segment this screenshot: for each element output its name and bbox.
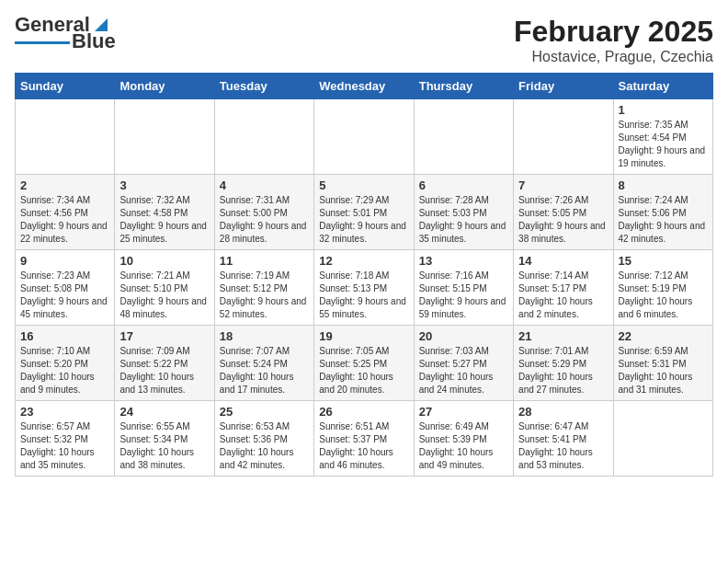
day-cell: [514, 99, 613, 175]
day-cell: 12Sunrise: 7:18 AM Sunset: 5:13 PM Dayli…: [314, 250, 414, 326]
day-cell: [214, 99, 313, 175]
day-number: 16: [20, 329, 109, 343]
day-cell: 16Sunrise: 7:10 AM Sunset: 5:20 PM Dayli…: [16, 326, 115, 401]
header-sunday: Sunday: [16, 74, 115, 99]
day-cell: 25Sunrise: 6:53 AM Sunset: 5:36 PM Dayli…: [214, 401, 313, 477]
day-info: Sunrise: 7:21 AM Sunset: 5:10 PM Dayligh…: [119, 270, 209, 321]
day-cell: 22Sunrise: 6:59 AM Sunset: 5:31 PM Dayli…: [613, 326, 712, 401]
day-cell: 27Sunrise: 6:49 AM Sunset: 5:39 PM Dayli…: [414, 401, 513, 477]
day-info: Sunrise: 6:47 AM Sunset: 5:41 PM Dayligh…: [518, 420, 608, 472]
day-number: 20: [419, 329, 508, 343]
day-cell: 18Sunrise: 7:07 AM Sunset: 5:24 PM Dayli…: [214, 326, 313, 401]
day-cell: 20Sunrise: 7:03 AM Sunset: 5:27 PM Dayli…: [414, 326, 513, 401]
day-number: 11: [220, 254, 309, 268]
day-cell: 1Sunrise: 7:35 AM Sunset: 4:54 PM Daylig…: [613, 99, 712, 175]
day-number: 18: [220, 329, 309, 343]
day-number: 5: [319, 178, 408, 192]
week-row-5: 23Sunrise: 6:57 AM Sunset: 5:32 PM Dayli…: [16, 401, 713, 477]
day-number: 3: [119, 178, 209, 192]
day-info: Sunrise: 7:24 AM Sunset: 5:06 PM Dayligh…: [619, 194, 708, 246]
week-row-4: 16Sunrise: 7:10 AM Sunset: 5:20 PM Dayli…: [16, 326, 713, 401]
day-info: Sunrise: 7:34 AM Sunset: 4:56 PM Dayligh…: [20, 194, 109, 246]
day-info: Sunrise: 6:59 AM Sunset: 5:31 PM Dayligh…: [619, 345, 708, 396]
day-info: Sunrise: 6:51 AM Sunset: 5:37 PM Dayligh…: [319, 420, 408, 472]
day-cell: 11Sunrise: 7:19 AM Sunset: 5:12 PM Dayli…: [214, 250, 313, 326]
day-number: 13: [419, 254, 508, 268]
day-cell: 8Sunrise: 7:24 AM Sunset: 5:06 PM Daylig…: [613, 175, 712, 250]
day-info: Sunrise: 7:32 AM Sunset: 4:58 PM Dayligh…: [119, 194, 209, 246]
page-header: General Blue February 2025 Hostavice, Pr…: [15, 15, 713, 65]
week-row-3: 9Sunrise: 7:23 AM Sunset: 5:08 PM Daylig…: [16, 250, 713, 326]
day-number: 14: [518, 254, 608, 268]
day-cell: 28Sunrise: 6:47 AM Sunset: 5:41 PM Dayli…: [514, 401, 613, 477]
day-cell: 13Sunrise: 7:16 AM Sunset: 5:15 PM Dayli…: [414, 250, 513, 326]
day-cell: 6Sunrise: 7:28 AM Sunset: 5:03 PM Daylig…: [414, 175, 513, 250]
day-cell: [16, 99, 115, 175]
day-number: 23: [20, 405, 109, 419]
day-info: Sunrise: 7:19 AM Sunset: 5:12 PM Dayligh…: [220, 270, 309, 321]
day-number: 6: [419, 178, 508, 192]
day-number: 10: [119, 254, 209, 268]
day-info: Sunrise: 6:49 AM Sunset: 5:39 PM Dayligh…: [419, 420, 508, 472]
header-monday: Monday: [115, 74, 214, 99]
day-info: Sunrise: 6:53 AM Sunset: 5:36 PM Dayligh…: [220, 420, 309, 472]
title-block: February 2025 Hostavice, Prague, Czechia: [514, 15, 713, 65]
logo-line: [15, 41, 70, 44]
day-cell: 10Sunrise: 7:21 AM Sunset: 5:10 PM Dayli…: [115, 250, 214, 326]
day-number: 4: [220, 178, 309, 192]
day-number: 7: [518, 178, 608, 192]
day-info: Sunrise: 7:12 AM Sunset: 5:19 PM Dayligh…: [619, 270, 708, 321]
day-info: Sunrise: 7:01 AM Sunset: 5:29 PM Dayligh…: [518, 345, 608, 396]
day-cell: [414, 99, 513, 175]
day-info: Sunrise: 7:07 AM Sunset: 5:24 PM Dayligh…: [220, 345, 309, 396]
day-number: 15: [619, 254, 708, 268]
calendar-subtitle: Hostavice, Prague, Czechia: [514, 49, 713, 65]
day-info: Sunrise: 7:28 AM Sunset: 5:03 PM Dayligh…: [419, 194, 508, 246]
day-cell: 15Sunrise: 7:12 AM Sunset: 5:19 PM Dayli…: [613, 250, 712, 326]
day-number: 1: [619, 103, 708, 117]
day-cell: 3Sunrise: 7:32 AM Sunset: 4:58 PM Daylig…: [115, 175, 214, 250]
day-cell: [613, 401, 712, 477]
day-number: 8: [619, 178, 708, 192]
day-cell: 9Sunrise: 7:23 AM Sunset: 5:08 PM Daylig…: [16, 250, 115, 326]
day-info: Sunrise: 6:57 AM Sunset: 5:32 PM Dayligh…: [20, 420, 109, 472]
day-info: Sunrise: 7:31 AM Sunset: 5:00 PM Dayligh…: [220, 194, 309, 246]
day-cell: 2Sunrise: 7:34 AM Sunset: 4:56 PM Daylig…: [16, 175, 115, 250]
day-info: Sunrise: 7:16 AM Sunset: 5:15 PM Dayligh…: [419, 270, 508, 321]
day-number: 19: [319, 329, 408, 343]
day-number: 17: [119, 329, 209, 343]
day-cell: 17Sunrise: 7:09 AM Sunset: 5:22 PM Dayli…: [115, 326, 214, 401]
day-info: Sunrise: 7:29 AM Sunset: 5:01 PM Dayligh…: [319, 194, 408, 246]
day-info: Sunrise: 7:09 AM Sunset: 5:22 PM Dayligh…: [119, 345, 209, 396]
day-cell: 7Sunrise: 7:26 AM Sunset: 5:05 PM Daylig…: [514, 175, 613, 250]
day-info: Sunrise: 7:35 AM Sunset: 4:54 PM Dayligh…: [619, 119, 708, 170]
header-thursday: Thursday: [414, 74, 513, 99]
day-cell: 19Sunrise: 7:05 AM Sunset: 5:25 PM Dayli…: [314, 326, 414, 401]
day-number: 9: [20, 254, 109, 268]
day-number: 21: [518, 329, 608, 343]
day-info: Sunrise: 7:23 AM Sunset: 5:08 PM Dayligh…: [20, 270, 109, 321]
day-cell: [314, 99, 414, 175]
day-number: 28: [518, 405, 608, 419]
day-number: 27: [419, 405, 508, 419]
day-cell: 24Sunrise: 6:55 AM Sunset: 5:34 PM Dayli…: [115, 401, 214, 477]
logo: General Blue: [15, 15, 116, 52]
day-info: Sunrise: 7:10 AM Sunset: 5:20 PM Dayligh…: [20, 345, 109, 396]
day-number: 26: [319, 405, 408, 419]
day-cell: 14Sunrise: 7:14 AM Sunset: 5:17 PM Dayli…: [514, 250, 613, 326]
day-cell: 26Sunrise: 6:51 AM Sunset: 5:37 PM Dayli…: [314, 401, 414, 477]
day-info: Sunrise: 6:55 AM Sunset: 5:34 PM Dayligh…: [119, 420, 209, 472]
header-tuesday: Tuesday: [214, 74, 313, 99]
day-cell: 4Sunrise: 7:31 AM Sunset: 5:00 PM Daylig…: [214, 175, 313, 250]
day-cell: 23Sunrise: 6:57 AM Sunset: 5:32 PM Dayli…: [16, 401, 115, 477]
week-row-1: 1Sunrise: 7:35 AM Sunset: 4:54 PM Daylig…: [16, 99, 713, 175]
day-info: Sunrise: 7:03 AM Sunset: 5:27 PM Dayligh…: [419, 345, 508, 396]
calendar-table: Sunday Monday Tuesday Wednesday Thursday…: [15, 73, 713, 477]
day-info: Sunrise: 7:14 AM Sunset: 5:17 PM Dayligh…: [518, 270, 608, 321]
day-number: 25: [220, 405, 309, 419]
header-wednesday: Wednesday: [314, 74, 414, 99]
calendar-title: February 2025: [514, 15, 713, 49]
day-info: Sunrise: 7:18 AM Sunset: 5:13 PM Dayligh…: [319, 270, 408, 321]
day-cell: 5Sunrise: 7:29 AM Sunset: 5:01 PM Daylig…: [314, 175, 414, 250]
logo-blue: Blue: [72, 31, 116, 52]
